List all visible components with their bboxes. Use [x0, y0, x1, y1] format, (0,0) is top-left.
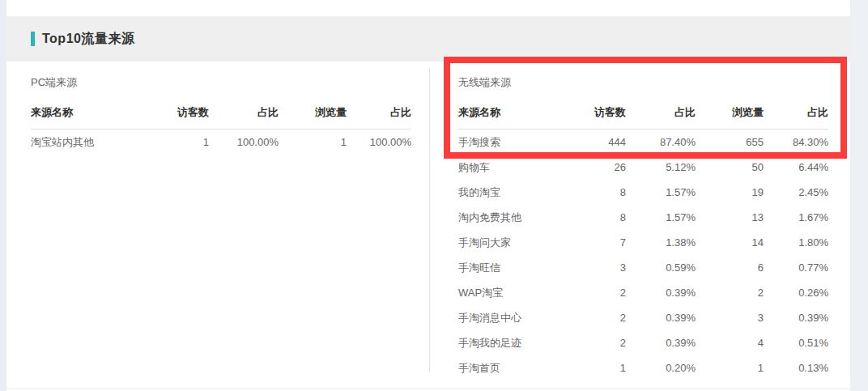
cell-source-name: 手淘消息中心 — [458, 311, 555, 325]
cell-value: 50 — [696, 161, 764, 173]
cell-value: 2 — [555, 337, 626, 349]
cell-source-name: 手淘首页 — [458, 361, 555, 376]
cell-value: 6.44% — [764, 161, 828, 173]
cell-value: 1 — [138, 136, 209, 148]
column-header-source-name: 来源名称 — [31, 105, 138, 120]
cell-value: 0.39% — [626, 287, 696, 299]
cell-value: 8 — [555, 186, 626, 198]
cell-value: 2 — [696, 287, 764, 299]
cell-value: 1.67% — [764, 211, 828, 223]
cell-value: 655 — [696, 136, 764, 148]
cell-value: 3 — [696, 312, 764, 324]
table-row: 手淘搜索44487.40%65584.30% — [458, 130, 828, 155]
cell-value: 1.38% — [626, 236, 696, 249]
cell-value: 0.51% — [764, 337, 828, 349]
column-header-share: 占比 — [209, 105, 279, 120]
table-row: 购物车265.12%506.44% — [458, 155, 828, 180]
cell-value: 26 — [555, 161, 626, 173]
column-header-share2: 占比 — [764, 105, 828, 120]
cell-value: 2.45% — [764, 186, 828, 198]
cell-value: 2 — [555, 312, 626, 324]
cell-source-name: 淘内免费其他 — [458, 210, 555, 225]
cell-value: 5.12% — [626, 161, 696, 173]
cell-value: 444 — [555, 136, 626, 148]
table-row: 手淘消息中心20.39%30.39% — [458, 305, 828, 330]
cell-value: 13 — [696, 211, 764, 223]
cell-source-name: WAP淘宝 — [458, 286, 555, 300]
cell-value: 100.00% — [347, 136, 411, 148]
wireless-table-body: 手淘搜索44487.40%65584.30%购物车265.12%506.44%我… — [458, 130, 828, 380]
cell-value: 0.39% — [626, 312, 696, 324]
wireless-table-title: 无线端来源 — [458, 75, 828, 90]
cell-source-name: 手淘旺信 — [458, 261, 555, 275]
cell-source-name: 淘宝站内其他 — [31, 135, 138, 150]
cell-source-name: 我的淘宝 — [458, 185, 555, 200]
cell-value: 0.39% — [764, 312, 828, 324]
pc-table-body: 淘宝站内其他1100.00%1100.00% — [31, 130, 411, 155]
cell-value: 0.20% — [626, 362, 696, 374]
column-header-share: 占比 — [626, 105, 696, 120]
pc-sources-table: PC端来源 来源名称 访客数 占比 浏览量 占比 淘宝站内其他1100.00%1… — [6, 62, 429, 388]
cell-source-name: 购物车 — [458, 160, 555, 175]
cell-value: 1.57% — [626, 211, 696, 223]
cell-value: 0.26% — [764, 287, 828, 299]
column-header-pageviews: 浏览量 — [696, 105, 764, 120]
column-header-source-name: 来源名称 — [458, 105, 555, 120]
accent-bar — [31, 32, 35, 46]
traffic-sources-card: PC端来源 来源名称 访客数 占比 浏览量 占比 淘宝站内其他1100.00%1… — [6, 62, 850, 389]
cell-source-name: 手淘我的足迹 — [458, 336, 555, 351]
cell-value: 84.30% — [764, 136, 828, 148]
table-row: 手淘旺信30.59%60.77% — [458, 255, 828, 280]
cell-value: 4 — [696, 337, 764, 349]
cell-value: 19 — [696, 186, 764, 198]
cell-value: 1.80% — [764, 236, 828, 249]
pc-table-header-row: 来源名称 访客数 占比 浏览量 占比 — [31, 105, 411, 130]
cell-value: 3 — [555, 261, 626, 274]
wireless-table-header-row: 来源名称 访客数 占比 浏览量 占比 — [458, 105, 828, 130]
table-row: 手淘首页10.20%10.13% — [458, 355, 828, 380]
traffic-sources-page: { "page": { "section_title": "Top10流量来源"… — [0, 0, 868, 391]
pc-table-title: PC端来源 — [31, 75, 411, 90]
cell-value: 87.40% — [626, 136, 696, 148]
cell-value: 1.57% — [626, 186, 696, 198]
cell-value: 0.77% — [764, 261, 828, 274]
table-row: 手淘问大家71.38%141.80% — [458, 230, 828, 255]
cell-source-name: 手淘问大家 — [458, 236, 555, 250]
cell-value: 14 — [696, 236, 764, 249]
table-row: 我的淘宝81.57%192.45% — [458, 180, 828, 205]
cell-value: 0.13% — [764, 362, 828, 374]
cell-value: 6 — [696, 261, 764, 274]
section-header-band: Top10流量来源 — [6, 16, 850, 62]
cell-value: 7 — [555, 236, 626, 249]
cell-value: 0.39% — [626, 337, 696, 349]
column-header-visitors: 访客数 — [138, 105, 209, 120]
cell-value: 2 — [555, 287, 626, 299]
section-title: Top10流量来源 — [42, 31, 134, 48]
cell-value: 0.59% — [626, 261, 696, 274]
page-right-gutter — [850, 0, 868, 391]
cell-value: 1 — [279, 136, 347, 148]
content-area: Top10流量来源 PC端来源 来源名称 访客数 占比 浏览量 占比 淘宝站内其… — [6, 0, 850, 391]
column-header-share2: 占比 — [347, 105, 411, 120]
page-left-gutter — [0, 0, 6, 391]
table-row: 淘内免费其他81.57%131.67% — [458, 205, 828, 230]
cell-value: 100.00% — [209, 136, 279, 148]
cell-source-name: 手淘搜索 — [458, 135, 555, 150]
table-row: 淘宝站内其他1100.00%1100.00% — [31, 130, 411, 155]
table-row: 手淘我的足迹20.39%40.51% — [458, 330, 828, 355]
column-header-visitors: 访客数 — [555, 105, 626, 120]
cell-value: 1 — [555, 362, 626, 374]
cell-value: 8 — [555, 211, 626, 223]
cell-value: 1 — [696, 362, 764, 374]
table-row: WAP淘宝20.39%20.26% — [458, 280, 828, 305]
column-header-pageviews: 浏览量 — [279, 105, 347, 120]
wireless-sources-table: 无线端来源 来源名称 访客数 占比 浏览量 占比 手淘搜索44487.40%65… — [430, 62, 850, 388]
